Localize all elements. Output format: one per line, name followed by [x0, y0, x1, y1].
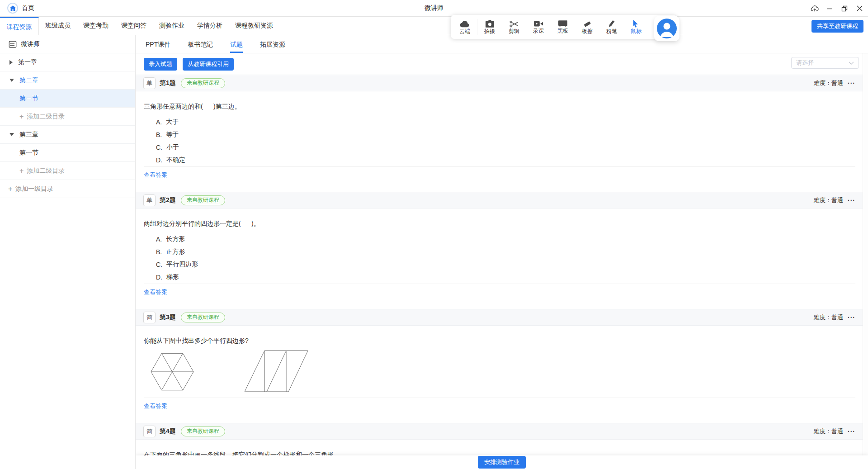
close-icon[interactable]	[855, 5, 863, 13]
tab-test-questions[interactable]: 试题	[230, 35, 243, 53]
toolbar-item-blackboard[interactable]: 黑板	[551, 15, 575, 39]
more-options-icon[interactable]: ···	[848, 314, 855, 321]
toolbar-item-mouse[interactable]: 鼠标	[624, 15, 648, 39]
difficulty-label: 难度：普通	[814, 313, 843, 322]
question-figures	[151, 351, 855, 393]
course-list-icon	[9, 40, 17, 48]
more-options-icon[interactable]: ···	[848, 80, 855, 87]
tab-ppt-courseware[interactable]: PPT课件	[146, 35, 170, 53]
scrollbar-track[interactable]	[863, 53, 868, 469]
home-button[interactable]: 首页	[7, 3, 34, 14]
question-type-badge: 简	[143, 312, 156, 323]
more-options-icon[interactable]: ···	[848, 428, 855, 435]
add-subsection-button-chapter3[interactable]: + 添加二级目录	[0, 162, 135, 180]
window-controls	[811, 0, 863, 17]
more-options-icon[interactable]: ···	[848, 197, 855, 204]
cloud-upload-icon[interactable]	[811, 5, 819, 13]
difficulty-label: 难度：普通	[814, 79, 843, 87]
add-chapter-button[interactable]: + 添加一级目录	[0, 180, 135, 198]
sidebar-item-chapter3-section1[interactable]: 第一节	[0, 144, 135, 162]
toolbar-item-record[interactable]: 录课	[526, 15, 551, 39]
scissors-icon	[509, 20, 519, 28]
sidebar-item-chapter3[interactable]: 第三章	[0, 126, 135, 144]
maximize-icon[interactable]	[840, 5, 849, 13]
main-content: PPT课件 板书笔记 试题 拓展资源 录入试题 从教研课程引用 请选择 单 第1…	[136, 35, 868, 469]
add-subsection-button-chapter2[interactable]: + 添加二级目录	[0, 108, 135, 126]
question-body: 三角形任意两边的和( )第三边。 A.大于 B.等于 C.小于 D.不确定 查看…	[136, 91, 868, 192]
question-card: 单 第2题 来自教研课程 难度：普通 ··· 两组对边分别平行的四边形一定是( …	[136, 192, 868, 309]
minimize-icon[interactable]	[826, 5, 834, 13]
chevron-down-icon	[849, 62, 854, 65]
parallelogram-figure	[245, 351, 312, 392]
toolbar-item-capture[interactable]: 拍摄	[477, 15, 502, 39]
question-header: 简 第4题 来自教研课程 难度：普通 ···	[136, 423, 868, 440]
question-card: 简 第3题 来自教研课程 难度：普通 ··· 你能从下图中找出多少个平行四边形?	[136, 309, 868, 423]
nav-tab-class-members[interactable]: 班级成员	[39, 17, 77, 35]
source-badge: 来自教研课程	[181, 313, 225, 322]
question-number: 第1题	[160, 79, 176, 87]
plus-icon: +	[19, 114, 24, 120]
question-filter-select[interactable]: 请选择	[791, 57, 859, 69]
cite-from-research-button[interactable]: 从教研课程引用	[183, 58, 234, 71]
option-b: B.正方形	[156, 246, 855, 258]
chevron-right-icon	[9, 60, 13, 65]
toolbar-item-chalk[interactable]: 粉笔	[599, 15, 624, 39]
question-type-badge: 单	[143, 77, 156, 89]
view-answer-link[interactable]: 查看答案	[144, 402, 167, 410]
source-badge: 来自教研课程	[181, 195, 225, 205]
enter-question-button[interactable]: 录入试题	[144, 58, 177, 71]
question-text: 三角形任意两边的和( )第三边。	[144, 102, 855, 111]
question-type-badge: 单	[143, 194, 156, 206]
sidebar-item-chapter1[interactable]: 第一章	[0, 53, 135, 71]
difficulty-label: 难度：普通	[814, 427, 843, 436]
eraser-icon	[583, 20, 591, 28]
toolbar-item-cloud[interactable]: 云端	[453, 15, 477, 39]
question-header: 单 第1题 来自教研课程 难度：普通 ···	[136, 75, 868, 91]
video-camera-icon	[534, 20, 543, 27]
view-answer-link[interactable]: 查看答案	[144, 171, 167, 179]
chevron-down-icon	[9, 79, 14, 82]
nav-tab-course-resources[interactable]: 课程资源	[0, 17, 39, 35]
question-text: 你能从下图中找出多少个平行四边形?	[144, 336, 855, 345]
source-badge: 来自教研课程	[181, 78, 225, 88]
option-b: B.等于	[156, 128, 855, 141]
main-nav-tabs: 课程资源 班级成员 课堂考勤 课堂问答 测验作业 学情分析 课程教研资源 共享至…	[0, 17, 868, 35]
question-list: 单 第1题 来自教研课程 难度：普通 ··· 三角形任意两边的和( )第三边。 …	[136, 75, 868, 469]
nav-tab-attendance[interactable]: 课堂考勤	[77, 17, 115, 35]
option-d: D.不确定	[156, 154, 855, 166]
floating-toolbar: 云端 拍摄 剪辑 录课 黑板 板擦	[451, 15, 677, 39]
assign-quiz-button[interactable]: 安排测验作业	[478, 456, 526, 469]
nav-tab-quiz-homework[interactable]: 测验作业	[153, 17, 191, 35]
question-body: 两组对边分别平行的四边形一定是( )。 A.长方形 B.正方形 C.平行四边形 …	[136, 208, 868, 309]
cloud-icon	[460, 20, 470, 28]
chevron-down-icon	[9, 133, 14, 136]
view-answer-link[interactable]: 查看答案	[144, 288, 167, 296]
tab-extended-resources[interactable]: 拓展资源	[260, 35, 285, 53]
nav-tab-research-resources[interactable]: 课程教研资源	[229, 17, 279, 35]
option-c: C.平行四边形	[156, 258, 855, 271]
sidebar-item-chapter2[interactable]: 第二章	[0, 71, 135, 90]
camera-icon	[486, 20, 494, 28]
bottom-action-bar: 安排测验作业	[136, 455, 868, 469]
share-to-research-button[interactable]: 共享至教研课程	[811, 20, 863, 33]
question-header: 单 第2题 来自教研课程 难度：普通 ···	[136, 192, 868, 208]
plus-icon: +	[19, 168, 24, 174]
toolbar-item-edit[interactable]: 剪辑	[502, 15, 526, 39]
toolbar-item-eraser[interactable]: 板擦	[575, 15, 599, 39]
cursor-icon	[633, 20, 640, 28]
option-a: A.大于	[156, 116, 855, 128]
chalk-icon	[608, 20, 615, 28]
question-card: 单 第1题 来自教研课程 难度：普通 ··· 三角形任意两边的和( )第三边。 …	[136, 75, 868, 192]
title-bar: 首页 微讲师	[0, 0, 868, 17]
sidebar-item-chapter2-section1[interactable]: 第一节	[0, 90, 135, 108]
nav-tab-class-qa[interactable]: 课堂问答	[115, 17, 153, 35]
question-header: 简 第3题 来自教研课程 难度：普通 ···	[136, 309, 868, 326]
blackboard-icon	[558, 20, 567, 27]
question-number: 第4题	[160, 427, 176, 436]
tab-board-notes[interactable]: 板书笔记	[188, 35, 213, 53]
divider	[144, 166, 855, 167]
nav-tab-learning-analysis[interactable]: 学情分析	[191, 17, 229, 35]
sidebar-header: 微讲师	[0, 35, 135, 53]
hexagon-figure	[151, 351, 194, 393]
user-avatar[interactable]	[654, 16, 679, 41]
